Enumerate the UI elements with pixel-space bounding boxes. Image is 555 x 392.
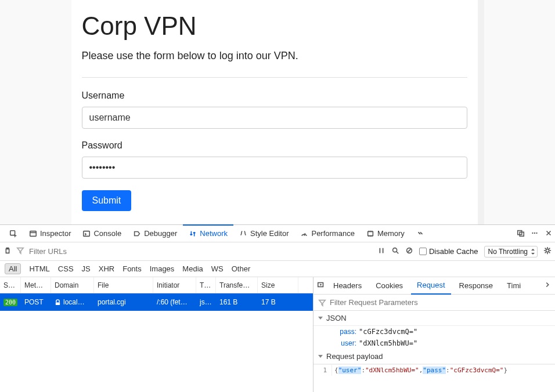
svg-rect-1	[30, 231, 37, 236]
cell-size: 17 B	[258, 293, 298, 311]
page-subtitle: Please use the form below to log into ou…	[82, 50, 467, 62]
network-main: S… Met… Domain File Initiator T… Transfe…	[0, 277, 555, 392]
resend-icon[interactable]	[317, 281, 325, 291]
type-html[interactable]: HTML	[29, 264, 49, 273]
type-images[interactable]: Images	[150, 264, 175, 273]
dock-mode-icon[interactable]	[517, 229, 525, 239]
lock-icon	[55, 299, 61, 306]
type-js[interactable]: JS	[82, 264, 91, 273]
svg-rect-12	[56, 302, 60, 305]
params-filter-input[interactable]	[330, 298, 446, 307]
close-devtools-icon[interactable]	[545, 229, 553, 239]
devtools-toolbar: Inspector Console Debugger Network Style…	[0, 225, 555, 242]
json-user-key: user:	[336, 339, 359, 347]
type-css[interactable]: CSS	[58, 264, 74, 273]
chevron-down-icon	[318, 355, 323, 358]
svg-rect-2	[84, 231, 90, 236]
cell-method: POST	[21, 293, 51, 311]
username-label: Username	[82, 90, 467, 101]
col-transferred[interactable]: Transfe…	[216, 277, 258, 293]
pause-recording-icon[interactable]	[377, 246, 385, 256]
tab-debugger-label: Debugger	[144, 229, 177, 238]
json-pass-row: pass: "cGFzc3dvcmQ="	[313, 326, 555, 337]
tab-console[interactable]: Console	[77, 225, 127, 242]
type-other[interactable]: Other	[232, 264, 251, 273]
payload-line-number: 1	[313, 365, 332, 376]
type-all[interactable]: All	[5, 263, 21, 274]
request-type-filter: All HTML CSS JS XHR Fonts Images Media W…	[0, 261, 555, 277]
submit-button[interactable]: Submit	[82, 190, 132, 211]
payload-code[interactable]: {"user":"dXNlcm5hbWU=","pass":"cGFzc3dvc…	[332, 365, 510, 376]
page-title: Corp VPN	[82, 12, 467, 41]
details-tab-response[interactable]: Response	[453, 277, 499, 295]
tab-inspector[interactable]: Inspector	[23, 225, 77, 242]
pick-element-icon[interactable]	[3, 225, 23, 242]
type-media[interactable]: Media	[182, 264, 203, 273]
devtools-panel: Inspector Console Debugger Network Style…	[0, 224, 555, 392]
network-filter-row: Disable Cache No Throttling	[0, 242, 555, 261]
details-filter-row	[313, 295, 555, 311]
svg-point-9	[393, 248, 397, 252]
json-section-toggle[interactable]: JSON	[313, 311, 555, 326]
filter-urls-input[interactable]	[29, 247, 145, 256]
status-badge: 200	[3, 299, 17, 306]
svg-rect-3	[368, 231, 373, 235]
payload-section-toggle[interactable]: Request payload	[313, 349, 555, 364]
col-domain[interactable]: Domain	[51, 277, 94, 293]
tab-debugger[interactable]: Debugger	[127, 225, 183, 242]
details-tab-timings[interactable]: Timi	[501, 277, 527, 295]
more-options-icon[interactable]	[531, 229, 539, 239]
type-xhr[interactable]: XHR	[99, 264, 114, 273]
username-input[interactable]	[82, 107, 467, 129]
type-ws[interactable]: WS	[211, 264, 224, 273]
tab-performance[interactable]: Performance	[294, 225, 360, 242]
tabs-overflow-icon[interactable]	[410, 225, 430, 242]
details-tab-request[interactable]: Request	[411, 277, 451, 295]
cell-type: js…	[196, 293, 216, 311]
disable-cache-toggle[interactable]: Disable Cache	[419, 247, 478, 256]
svg-point-7	[534, 232, 535, 233]
json-pass-key: pass:	[336, 328, 359, 336]
tab-network[interactable]: Network	[183, 224, 233, 242]
json-user-val: "dXNlcm5hbWU="	[359, 339, 417, 347]
tab-style-editor[interactable]: Style Editor	[233, 225, 294, 242]
col-status[interactable]: S…	[0, 277, 21, 293]
network-settings-icon[interactable]	[543, 246, 552, 256]
filter-icon[interactable]	[16, 246, 24, 256]
cell-initiator: /:60 (fet…	[153, 293, 196, 311]
throttling-select[interactable]: No Throttling	[484, 246, 538, 257]
col-initiator[interactable]: Initiator	[153, 277, 196, 293]
disable-cache-checkbox[interactable]	[419, 248, 427, 255]
chevron-down-icon	[318, 317, 323, 320]
col-file[interactable]: File	[94, 277, 153, 293]
col-method[interactable]: Met…	[21, 277, 51, 293]
cell-file: portal.cgi	[94, 293, 153, 311]
details-tabs: Headers Cookies Request Response Timi	[313, 277, 555, 295]
page-scrollbar[interactable]	[478, 0, 484, 224]
block-icon[interactable]	[405, 246, 413, 256]
cell-domain: local…	[51, 293, 94, 311]
params-filter-icon[interactable]	[318, 299, 326, 307]
tab-memory[interactable]: Memory	[361, 225, 410, 242]
tab-console-label: Console	[93, 229, 121, 238]
request-row[interactable]: 200 POST local… portal.cgi /:60 (fet… js…	[0, 293, 313, 311]
payload-heading: Request payload	[326, 352, 383, 361]
password-label: Password	[82, 140, 467, 151]
details-tab-cookies[interactable]: Cookies	[370, 277, 409, 295]
svg-point-6	[532, 232, 533, 233]
search-icon[interactable]	[391, 246, 399, 256]
divider	[82, 77, 467, 78]
tab-network-label: Network	[200, 229, 228, 238]
details-overflow-icon[interactable]	[543, 281, 552, 291]
cell-transferred: 161 B	[216, 293, 258, 311]
type-fonts[interactable]: Fonts	[122, 264, 142, 273]
clear-requests-icon[interactable]	[3, 246, 12, 256]
col-type[interactable]: T…	[196, 277, 216, 293]
vpn-form-card: Corp VPN Please use the form below to lo…	[71, 0, 478, 224]
tab-memory-label: Memory	[377, 229, 405, 238]
password-input[interactable]	[82, 157, 467, 179]
col-size[interactable]: Size	[258, 277, 298, 293]
json-user-row: user: "dXNlcm5hbWU="	[313, 337, 555, 349]
details-tab-headers[interactable]: Headers	[327, 277, 367, 295]
json-pass-val: "cGFzc3dvcmQ="	[359, 328, 417, 336]
